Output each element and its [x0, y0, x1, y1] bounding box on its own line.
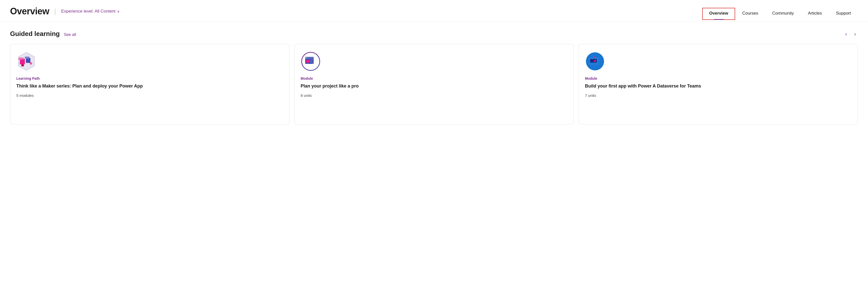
experience-level-dropdown[interactable]: Experience level: All Content ∨: [61, 9, 119, 14]
card-meta-1: 5 modules: [16, 93, 283, 98]
tab-articles[interactable]: Articles: [801, 8, 829, 20]
svg-rect-1: [20, 59, 25, 64]
card-icon-circle-purple: [301, 51, 321, 72]
svg-rect-17: [588, 63, 598, 64]
card-learning-path[interactable]: Learning Path Think like a Maker series:…: [10, 44, 289, 125]
page-header: Overview | Experience level: All Content…: [0, 0, 868, 22]
card-title-2: Plan your project like a pro: [301, 83, 567, 89]
card-module-1[interactable]: Module Plan your project like a pro 8 un…: [294, 44, 574, 125]
svg-rect-2: [18, 58, 24, 60]
next-arrow-button[interactable]: ›: [852, 30, 858, 38]
main-content: Guided learning See all ‹ ›: [0, 22, 868, 125]
card-meta-3: 7 units: [585, 93, 852, 98]
svg-rect-5: [21, 64, 24, 66]
section-header: Guided learning See all ‹ ›: [10, 30, 858, 38]
section-title: Guided learning: [10, 30, 60, 38]
card-icon-hexagon: [16, 51, 36, 72]
header-left: Overview | Experience level: All Content…: [10, 6, 120, 22]
card-type-3: Module: [585, 77, 852, 80]
svg-point-12: [307, 58, 307, 58]
svg-point-11: [306, 58, 306, 58]
section-header-left: Guided learning See all: [10, 30, 76, 38]
card-title-1: Think like a Maker series: Plan and depl…: [16, 83, 283, 89]
header-divider: |: [54, 7, 56, 15]
experience-level-label: Experience level: All Content: [61, 9, 115, 14]
card-type-2: Module: [301, 77, 567, 80]
card-meta-2: 8 units: [301, 93, 567, 98]
main-nav: Overview Courses Community Articles Supp…: [702, 8, 858, 20]
chevron-down-icon: ∨: [117, 9, 120, 13]
page-title: Overview: [10, 6, 49, 17]
svg-point-6: [30, 62, 32, 64]
svg-rect-4: [25, 57, 29, 59]
card-title-3: Build your first app with Power A Datave…: [585, 83, 852, 89]
tab-overview[interactable]: Overview: [702, 8, 735, 20]
tab-support[interactable]: Support: [829, 8, 858, 20]
card-type-1: Learning Path: [16, 77, 283, 80]
card-module-2[interactable]: Module Build your first app with Power A…: [579, 44, 858, 125]
tab-courses[interactable]: Courses: [735, 8, 765, 20]
card-icon-circle-blue: [585, 51, 605, 72]
see-all-link[interactable]: See all: [64, 32, 76, 37]
tab-community[interactable]: Community: [765, 8, 801, 20]
carousel-nav: ‹ ›: [843, 30, 858, 38]
svg-rect-10: [306, 60, 310, 63]
prev-arrow-button[interactable]: ‹: [843, 30, 849, 38]
cards-grid: Learning Path Think like a Maker series:…: [10, 44, 858, 125]
svg-rect-9: [305, 57, 314, 59]
